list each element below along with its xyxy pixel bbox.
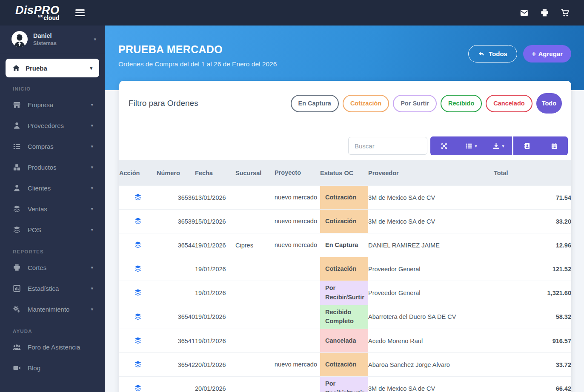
column-header-total[interactable]: Total [494, 160, 571, 186]
sidebar-item-cortes[interactable]: Cortes▾ [0, 257, 105, 278]
row-actions-button[interactable] [133, 383, 143, 392]
row-actions-button[interactable] [133, 240, 143, 250]
sidebar-item-ventas[interactable]: Ventas▾ [0, 199, 105, 219]
filter-button-por-surtir[interactable]: Por Surtir [393, 95, 437, 112]
sidebar-item-mantenimiento[interactable]: Mantenimiento▾ [0, 299, 105, 320]
total-cell: 12.96 [494, 233, 571, 257]
layers-icon [134, 217, 142, 225]
filter-button-cotizacion[interactable]: Cotización [343, 95, 389, 112]
envelope-icon [520, 9, 529, 17]
print-icon [13, 264, 21, 272]
sidebar-item-estadística[interactable]: Estadística▾ [0, 278, 105, 299]
chevron-down-icon: ▾ [90, 66, 92, 71]
user-tie-icon [13, 122, 21, 130]
chevron-down-icon: ▾ [91, 186, 93, 190]
chevron-down-icon: ▾ [91, 227, 93, 232]
sidebar-item-blog[interactable]: Blog [0, 358, 105, 378]
action-cell [119, 329, 157, 353]
column-header-proveedor[interactable]: Proveedor [368, 160, 494, 186]
toolbar-table-list-button[interactable]: ▾ [458, 136, 485, 155]
app-logo: DisPRO MRcloud [15, 5, 60, 21]
sidebar-item-foro-de-asistencia[interactable]: Foro de Asistencia [0, 337, 105, 358]
filter-button-recibido[interactable]: Recibido [441, 95, 482, 112]
home-button-label: Prueba [26, 65, 47, 72]
sidebar-item-label: Ventas [28, 205, 47, 213]
row-actions-button[interactable] [133, 360, 143, 369]
toolbar-button-group [513, 136, 568, 155]
sidebar-item-label: Productos [28, 164, 57, 171]
supplier-cell: Proveedor General [368, 281, 494, 305]
table-row: 3654019/01/2026Recibido CompletoAbarrote… [119, 305, 571, 329]
print-button[interactable] [540, 9, 549, 17]
toolbar-button-groups: ▾▾ [430, 136, 568, 155]
column-header-sucursal[interactable]: Sucursal [235, 160, 275, 186]
row-actions-button[interactable] [133, 264, 143, 273]
order-number-cell: 36540 [157, 305, 195, 329]
branch-cell [235, 305, 275, 329]
column-header-accion[interactable]: Acción [119, 160, 157, 186]
branch-cell [235, 353, 275, 377]
sidebar-item-pos[interactable]: POS▾ [0, 219, 105, 240]
branch-cell [235, 281, 275, 305]
status-badge: Cancelada [320, 329, 368, 353]
layers-icon [134, 361, 142, 368]
column-header-estatus[interactable]: Estatus OC [320, 160, 368, 186]
sidebar-item-label: Mantenimiento [28, 306, 69, 313]
search-input[interactable] [348, 137, 427, 155]
branch-cell [235, 257, 275, 281]
status-badge: Por Recibir/Surtir [320, 377, 368, 392]
project-cell [275, 257, 320, 281]
plus-icon: + [532, 50, 536, 58]
table-row: 3653613/01/2026nuevo mercadoCotización3M… [119, 186, 571, 210]
cart-button[interactable] [561, 9, 570, 17]
agregar-button[interactable]: + Agregar [523, 45, 571, 62]
filter-button-todo[interactable]: Todo [536, 93, 562, 114]
download-icon [492, 142, 500, 150]
page-header: PRUEBA MERCADO Ordenes de Compra del del… [105, 26, 584, 81]
todos-button[interactable]: Todos [468, 45, 517, 62]
chevron-down-icon: ▾ [94, 37, 96, 42]
messages-button[interactable] [520, 9, 529, 17]
row-actions-button[interactable] [133, 312, 143, 321]
table-row: 19/01/2026CotizaciónProveedor General121… [119, 257, 571, 281]
row-actions-button[interactable] [133, 216, 143, 226]
column-header-numero[interactable]: Número [157, 160, 195, 186]
sidebar-item-clientes[interactable]: Clientes▾ [0, 178, 105, 199]
date-cell: 20/01/2026 [195, 353, 235, 377]
order-number-cell: 36536 [157, 186, 195, 210]
column-header-proyecto[interactable]: Proyecto [275, 160, 320, 186]
order-number-cell: 36544 [157, 233, 195, 257]
sidebar-item-proveedores[interactable]: Proveedores▾ [0, 115, 105, 136]
sidebar-item-productos[interactable]: Productos▾ [0, 157, 105, 178]
row-actions-button[interactable] [133, 193, 143, 202]
row-actions-button[interactable] [133, 336, 143, 345]
chevron-down-icon: ▾ [475, 144, 477, 148]
action-cell [119, 210, 157, 233]
todos-button-label: Todos [489, 50, 507, 57]
status-badge: Cotización [320, 353, 368, 377]
sidebar-section-label: INICIO [13, 86, 105, 91]
toolbar-download-button[interactable]: ▾ [485, 136, 512, 155]
layers-icon [134, 313, 142, 321]
printer-icon [540, 9, 549, 17]
sidebar-home-button[interactable]: Prueba ▾ [6, 59, 99, 77]
sidebar-item-compras[interactable]: Compras▾ [0, 136, 105, 157]
sidebar-item-empresa[interactable]: Empresa▾ [0, 94, 105, 115]
table-list-icon [465, 142, 472, 150]
toolbar-calendar-button[interactable] [541, 136, 568, 155]
page-subtitle: Ordenes de Compra del del 1 al 26 de Ene… [118, 60, 277, 68]
filter-button-cancelado[interactable]: Cancelado [486, 95, 532, 112]
toolbar-button-group: ▾▾ [430, 136, 512, 155]
user-menu[interactable]: Daniel Sistemas ▾ [0, 26, 105, 53]
menu-icon[interactable] [74, 8, 86, 18]
filter-button-en-captura[interactable]: En Captura [291, 95, 339, 112]
row-actions-button[interactable] [133, 288, 143, 297]
avatar [11, 31, 28, 47]
chart-bar-icon [13, 284, 21, 293]
total-cell: 58.32 [494, 305, 571, 329]
action-cell [119, 377, 157, 392]
column-header-fecha[interactable]: Fecha [195, 160, 235, 186]
chevron-down-icon: ▾ [91, 102, 93, 107]
toolbar-expand-arrows-button[interactable] [430, 136, 458, 155]
toolbar-address-book-button[interactable] [513, 136, 541, 155]
